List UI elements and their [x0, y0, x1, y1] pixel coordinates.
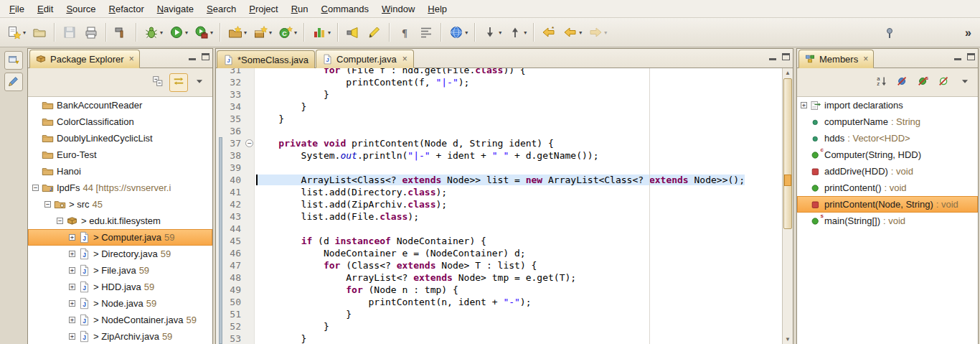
code-text[interactable]: } [255, 308, 782, 320]
code-line-44[interactable]: 44 [225, 223, 782, 235]
dropdown-arrow-icon[interactable]: ▾ [210, 29, 213, 36]
members-tab[interactable]: Members × [798, 50, 874, 68]
java-editor-shortcut-button[interactable] [4, 73, 23, 91]
code-line-45[interactable]: 45 if (d instanceof NodeContainer) { [225, 235, 782, 247]
close-icon[interactable]: × [863, 54, 868, 64]
tree-item[interactable]: +J> NodeContainer.java59 [28, 312, 212, 328]
pin-editor-button[interactable] [879, 22, 900, 44]
member-item[interactable]: printContent() : void [797, 180, 978, 196]
restore-view-button[interactable] [4, 51, 23, 70]
member-item[interactable]: printContent(Node, String) : void [797, 196, 978, 213]
close-icon[interactable]: × [129, 54, 134, 64]
menu-navigate[interactable]: Navigate [151, 1, 200, 17]
expander-plus-icon[interactable]: + [69, 317, 75, 323]
menu-source[interactable]: Source [60, 1, 102, 17]
dropdown-arrow-icon[interactable]: ▾ [328, 29, 331, 36]
member-item[interactable]: computerName : String [797, 113, 978, 130]
code-text[interactable]: NodeContainer e = (NodeContainer) d; [255, 247, 782, 259]
expander-plus-icon[interactable]: + [69, 234, 75, 241]
code-line-40[interactable]: 40 ArrayList<Class<? extends Node>> list… [225, 174, 782, 186]
menu-search[interactable]: Search [200, 1, 242, 17]
forward-button[interactable]: ▾ [585, 22, 610, 43]
dropdown-arrow-icon[interactable]: ▾ [244, 29, 247, 36]
code-line-31[interactable]: 31 for (File f : hdd.get(File.class)) { [225, 68, 782, 76]
code-text[interactable] [255, 125, 782, 137]
minimize-icon[interactable] [189, 58, 196, 60]
tree-item[interactable]: DoublyLinkedCyclicList [28, 130, 212, 147]
tree-item[interactable]: +J> Directory.java59 [28, 246, 212, 262]
save-button[interactable] [59, 22, 80, 43]
menu-edit[interactable]: Edit [31, 1, 60, 17]
dropdown-arrow-icon[interactable]: ▾ [604, 29, 607, 36]
previous-annotation-button[interactable]: ▾ [504, 22, 529, 43]
code-text[interactable]: for (Class<? extends Node> T : list) { [255, 259, 782, 271]
back-button[interactable]: ▾ [560, 22, 585, 43]
hide-non-public-button[interactable] [935, 73, 953, 92]
tree-item[interactable]: ColorClassification [28, 113, 212, 130]
print-button[interactable] [80, 22, 102, 43]
tree-item[interactable]: +J> HDD.java59 [28, 279, 212, 295]
code-line-36[interactable]: 36 [225, 125, 782, 137]
annotation-ruler[interactable] [216, 68, 225, 344]
code-line-50[interactable]: 50 printContent(n, ident + "-"); [225, 296, 782, 308]
last-edit-location-button[interactable]: * [538, 22, 560, 43]
menu-run[interactable]: Run [285, 1, 315, 17]
code-line-41[interactable]: 41 list.add(Directory.class); [225, 186, 782, 198]
code-line-34[interactable]: 34 } [225, 101, 782, 113]
code-line-51[interactable]: 51 } [225, 308, 782, 320]
code-text[interactable]: list.add(ZipArchiv.class); [255, 198, 782, 210]
package-explorer-tab[interactable]: Package Explorer × [29, 50, 140, 68]
menu-refactor[interactable]: Refactor [103, 1, 151, 17]
new-java-project-button[interactable]: ▾ [225, 22, 250, 43]
code-line-33[interactable]: 33 } [225, 88, 782, 101]
format-button[interactable] [415, 22, 437, 43]
code-text[interactable]: printContent(f, "|-"); [255, 76, 782, 88]
show-whitespace-button[interactable]: ¶ [394, 22, 415, 43]
tree-item[interactable]: BankAccountReader [28, 97, 212, 113]
mark-occurrences-button[interactable] [364, 22, 385, 43]
external-tools-button[interactable]: ▾ [191, 22, 216, 43]
code-text[interactable]: } [255, 101, 782, 113]
code-line-39[interactable]: 39 [225, 162, 782, 174]
hide-fields-button[interactable] [893, 73, 912, 92]
search-button[interactable] [342, 22, 364, 43]
debug-button[interactable]: ▾ [141, 22, 166, 43]
dropdown-arrow-icon[interactable]: ▾ [524, 29, 527, 36]
code-text[interactable]: private void printContent(Node d, String… [255, 137, 782, 149]
dropdown-arrow-icon[interactable]: ▾ [160, 29, 163, 36]
expander-plus-icon[interactable]: + [69, 333, 75, 340]
tree-item[interactable]: +J> ZipArchiv.java59 [28, 328, 212, 344]
sort-button[interactable]: az [872, 73, 891, 92]
scroll-up-icon[interactable]: ▲ [783, 68, 793, 78]
editor-scrollbar[interactable]: ▲ ▼ [782, 68, 793, 344]
code-text[interactable]: ArrayList<Class<? extends Node>> list = … [255, 174, 782, 186]
dropdown-arrow-icon[interactable]: ▾ [294, 29, 297, 36]
code-line-48[interactable]: 48 ArrayList<? extends Node> tmp = e.get… [225, 271, 782, 284]
code-text[interactable] [255, 162, 782, 174]
open-web-browser-button[interactable]: ▾ [446, 22, 471, 43]
minimize-icon[interactable] [769, 58, 776, 60]
menu-file[interactable]: File [3, 1, 31, 17]
tree-item[interactable]: −JIpdFs44 [https://svnserver.i [28, 180, 212, 196]
code-text[interactable] [255, 223, 782, 235]
tree-item[interactable]: −> edu.kit.filesystem [28, 213, 212, 229]
scrollbar-thumb[interactable] [783, 78, 792, 229]
menu-project[interactable]: Project [242, 1, 284, 17]
code-line-43[interactable]: 43 list.add(File.class); [225, 210, 782, 223]
dropdown-arrow-icon[interactable]: ▾ [579, 29, 582, 36]
link-with-editor-button[interactable] [169, 73, 188, 92]
code-text[interactable]: printContent(n, ident + "-"); [255, 296, 782, 308]
expander-plus-icon[interactable]: + [69, 284, 75, 290]
code-text[interactable]: } [255, 333, 782, 344]
maximize-icon[interactable] [202, 53, 209, 60]
code-text[interactable]: ArrayList<? extends Node> tmp = e.get(T)… [255, 271, 782, 284]
maximize-icon[interactable] [782, 53, 790, 60]
tree-item[interactable]: −> src45 [28, 196, 212, 213]
expander-minus-icon[interactable]: − [32, 185, 39, 191]
dropdown-arrow-icon[interactable]: ▾ [23, 29, 26, 36]
minimize-icon[interactable] [954, 58, 961, 60]
member-item[interactable]: smain(String[]) : void [797, 213, 978, 229]
overview-marker[interactable] [784, 175, 791, 186]
dropdown-arrow-icon[interactable]: ▾ [269, 29, 272, 36]
build-all-button[interactable] [110, 22, 132, 43]
